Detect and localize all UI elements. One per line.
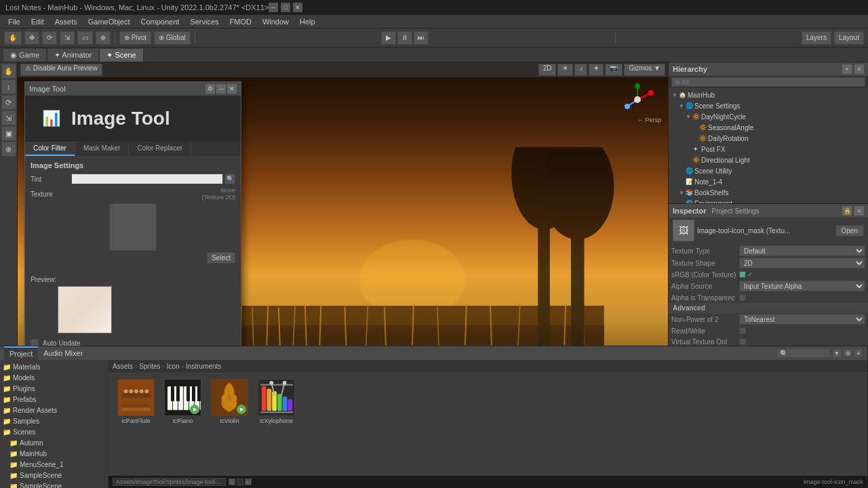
tool-5[interactable]: ⊕ bbox=[1, 142, 16, 157]
menu-gameobject[interactable]: GameObject bbox=[83, 16, 136, 27]
camera-button[interactable]: 📷 bbox=[605, 64, 623, 76]
folder-models[interactable]: 📁 Models bbox=[0, 372, 108, 383]
folder-materials[interactable]: 📁 Materials bbox=[0, 361, 108, 372]
rotate-tool-button[interactable]: ⟳ bbox=[42, 31, 57, 45]
tree-item-environment[interactable]: 🌐 Environment bbox=[669, 198, 868, 203]
project-filter-button[interactable]: ▼ bbox=[832, 348, 842, 358]
tool-1[interactable]: ↕ bbox=[1, 79, 16, 94]
project-menu-button[interactable]: ≡ bbox=[854, 348, 863, 358]
tree-item-postfx[interactable]: ✦ Post FX bbox=[669, 144, 868, 155]
breadcrumb-assets[interactable]: Assets bbox=[113, 363, 133, 370]
tab-game[interactable]: ◉ Game bbox=[3, 48, 47, 62]
alpha-source-select[interactable]: Input Texture Alpha bbox=[739, 281, 865, 291]
readwrite-checkbox[interactable] bbox=[739, 327, 746, 334]
global-button[interactable]: ⊕ Global bbox=[154, 31, 191, 45]
sound-button[interactable]: ♪ bbox=[574, 64, 587, 76]
asset-play-icon[interactable]: ▶ bbox=[190, 405, 199, 414]
tab-scene[interactable]: ✦ Scene bbox=[99, 48, 143, 62]
breadcrumb-instruments[interactable]: Instruments bbox=[186, 363, 221, 370]
tree-item-scenesettings[interactable]: ▼ 🌐 Scene Settings bbox=[669, 100, 868, 111]
project-settings-link[interactable]: Project Settings bbox=[712, 207, 760, 215]
tint-input[interactable] bbox=[71, 174, 223, 184]
disable-aura-button[interactable]: ⚠ Disable Aura Preview bbox=[20, 64, 102, 76]
maximize-button[interactable]: □ bbox=[281, 3, 290, 12]
inspector-menu-button[interactable]: ≡ bbox=[854, 206, 864, 216]
inspector-open-button[interactable]: Open bbox=[835, 225, 864, 237]
hierarchy-add-button[interactable]: + bbox=[842, 64, 852, 74]
folder-autumn[interactable]: 📁 Autumn bbox=[0, 437, 108, 448]
folder-mainhub[interactable]: 📁 MainHub bbox=[0, 448, 108, 459]
menu-assets[interactable]: Assets bbox=[50, 16, 83, 27]
breadcrumb-icon[interactable]: Icon bbox=[167, 363, 180, 370]
image-tool-close-button[interactable]: ✕ bbox=[227, 84, 237, 94]
tool-move[interactable]: ✋ bbox=[1, 64, 16, 79]
image-tool-titlebar[interactable]: Image Tool ⚙ ─ ✕ bbox=[25, 82, 241, 96]
folder-prefabs[interactable]: 📁 Prefabs bbox=[0, 394, 108, 405]
zoom-out-button[interactable]: - bbox=[229, 479, 235, 485]
tint-picker-button[interactable]: 🔍 bbox=[224, 174, 235, 184]
hierarchy-menu-button[interactable]: ≡ bbox=[854, 64, 864, 74]
2d-button[interactable]: 2D bbox=[538, 64, 557, 76]
tab-color-filter[interactable]: Color Filter bbox=[25, 142, 75, 156]
image-tool-minimize-button[interactable]: ─ bbox=[216, 84, 226, 94]
layout-button[interactable]: Layout bbox=[834, 31, 864, 45]
folder-samplescene2[interactable]: 📁 SampleScene bbox=[0, 481, 108, 488]
pivot-button[interactable]: ⊕ Pivot bbox=[119, 31, 151, 45]
tree-item-daynightcycle[interactable]: ▼ 🔆 DayNightCycle bbox=[669, 111, 868, 122]
asset-icpanflute[interactable]: icPanFlute bbox=[114, 378, 158, 426]
tree-item-mainhub[interactable]: ▼ 🏠 MainHub bbox=[669, 89, 868, 100]
play-button[interactable]: ▶ bbox=[381, 31, 396, 45]
tab-mask-maker[interactable]: Mask Maker bbox=[75, 142, 129, 156]
select-texture-button[interactable]: Select bbox=[207, 252, 235, 264]
hand-tool-button[interactable]: ✋ bbox=[4, 31, 22, 45]
tool-2[interactable]: ⟳ bbox=[1, 95, 16, 110]
scene-view[interactable]: ⚠ Disable Aura Preview 2D ☀ ♪ ✦ 📷 Gizmos… bbox=[18, 62, 668, 346]
inspector-lock-button[interactable]: 🔒 bbox=[842, 206, 852, 216]
alpha-trans-checkbox[interactable] bbox=[739, 294, 746, 301]
pause-button[interactable]: ⏸ bbox=[397, 31, 412, 45]
virtualtex-checkbox[interactable] bbox=[739, 338, 746, 345]
image-tool-settings-button[interactable]: ⚙ bbox=[205, 84, 215, 94]
srgb-checkbox[interactable] bbox=[739, 271, 746, 278]
menu-file[interactable]: File bbox=[3, 16, 26, 27]
project-search-input[interactable] bbox=[776, 348, 831, 358]
texture-type-select[interactable]: Default bbox=[739, 245, 865, 256]
tool-3[interactable]: ⇲ bbox=[1, 110, 16, 125]
zoom-in-button[interactable]: + bbox=[245, 479, 252, 485]
folder-plugins[interactable]: 📁 Plugins bbox=[0, 383, 108, 394]
texture-shape-select[interactable]: 2D bbox=[739, 258, 865, 268]
menu-edit[interactable]: Edit bbox=[26, 16, 50, 27]
folder-scenes[interactable]: 📁 Scenes bbox=[0, 426, 108, 437]
breadcrumb-sprites[interactable]: Sprites bbox=[139, 363, 160, 370]
transform-tool-button[interactable]: ⊕ bbox=[96, 31, 111, 45]
tab-color-replacer[interactable]: Color Replacer bbox=[129, 142, 191, 156]
tree-item-note14[interactable]: 📝 Note_1-4 bbox=[669, 176, 868, 187]
close-button[interactable]: ✕ bbox=[293, 3, 302, 12]
tree-item-bookshelfs[interactable]: ▼ 📚 BookShelfs bbox=[669, 187, 868, 198]
tree-item-seasonalangle[interactable]: 🔆 SeasonalAngle bbox=[669, 122, 868, 133]
minimize-button[interactable]: ─ bbox=[269, 3, 278, 12]
move-tool-button[interactable]: ✥ bbox=[24, 31, 39, 45]
menu-services[interactable]: Services bbox=[184, 16, 224, 27]
asset-icviolin[interactable]: ▶ icViolin bbox=[208, 378, 252, 426]
tab-animator[interactable]: ✦ Animator bbox=[47, 48, 99, 62]
lights-button[interactable]: ☀ bbox=[557, 64, 573, 76]
menu-component[interactable]: Component bbox=[135, 16, 184, 27]
tool-4[interactable]: ▣ bbox=[1, 126, 16, 141]
rect-tool-button[interactable]: ▭ bbox=[77, 31, 93, 45]
folder-renderassets[interactable]: 📁 Render Assets bbox=[0, 405, 108, 415]
folder-samplescene1[interactable]: 📁 SampleScene bbox=[0, 470, 108, 481]
project-settings-button[interactable]: ⚙ bbox=[843, 348, 852, 358]
asset-icpiano[interactable]: ▶ icPiano bbox=[161, 378, 205, 426]
asset-icxylophone[interactable]: icXylophone bbox=[254, 378, 298, 426]
effects-button[interactable]: ✦ bbox=[589, 64, 604, 76]
menu-window[interactable]: Window bbox=[257, 16, 294, 27]
asset-violin-play-icon[interactable]: ▶ bbox=[237, 405, 246, 414]
tree-item-sceneutility[interactable]: 🌐 Scene Utility bbox=[669, 165, 868, 176]
tree-item-dirlight[interactable]: 🔆 Directional Light bbox=[669, 155, 868, 165]
auto-update-checkbox[interactable] bbox=[31, 339, 39, 346]
nonpower2-select[interactable]: ToNearest bbox=[739, 314, 865, 325]
menu-fmod[interactable]: FMOD bbox=[224, 16, 257, 27]
tree-item-dailyrotation[interactable]: 🔆 DailyRotation bbox=[669, 133, 868, 144]
step-button[interactable]: ⏭ bbox=[414, 31, 429, 45]
